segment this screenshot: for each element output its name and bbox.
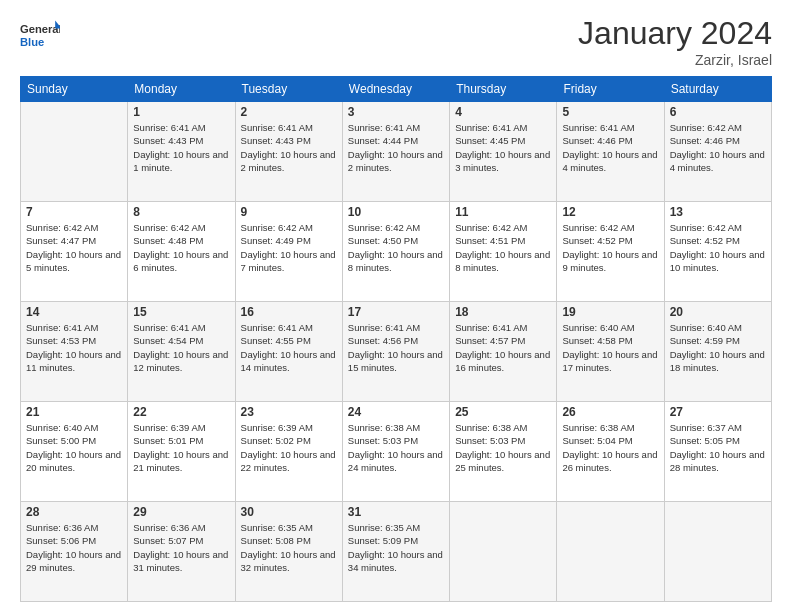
month-year: January 2024 [578,15,772,52]
cell-date: 2 [241,105,337,119]
table-row: 28 Sunrise: 6:36 AMSunset: 5:06 PMDaylig… [21,502,128,602]
cell-info: Sunrise: 6:42 AMSunset: 4:48 PMDaylight:… [133,222,228,273]
calendar-week-1: 1 Sunrise: 6:41 AMSunset: 4:43 PMDayligh… [21,102,772,202]
table-row: 22 Sunrise: 6:39 AMSunset: 5:01 PMDaylig… [128,402,235,502]
cell-date: 19 [562,305,658,319]
table-row: 25 Sunrise: 6:38 AMSunset: 5:03 PMDaylig… [450,402,557,502]
cell-date: 1 [133,105,229,119]
cell-date: 6 [670,105,766,119]
cell-info: Sunrise: 6:40 AMSunset: 4:59 PMDaylight:… [670,322,765,373]
cell-date: 4 [455,105,551,119]
cell-info: Sunrise: 6:41 AMSunset: 4:54 PMDaylight:… [133,322,228,373]
cell-info: Sunrise: 6:41 AMSunset: 4:53 PMDaylight:… [26,322,121,373]
cell-info: Sunrise: 6:40 AMSunset: 4:58 PMDaylight:… [562,322,657,373]
table-row: 1 Sunrise: 6:41 AMSunset: 4:43 PMDayligh… [128,102,235,202]
cell-info: Sunrise: 6:35 AMSunset: 5:08 PMDaylight:… [241,522,336,573]
cell-info: Sunrise: 6:38 AMSunset: 5:04 PMDaylight:… [562,422,657,473]
cell-info: Sunrise: 6:40 AMSunset: 5:00 PMDaylight:… [26,422,121,473]
table-row: 30 Sunrise: 6:35 AMSunset: 5:08 PMDaylig… [235,502,342,602]
logo: General Blue [20,15,60,55]
cell-date: 7 [26,205,122,219]
cell-info: Sunrise: 6:37 AMSunset: 5:05 PMDaylight:… [670,422,765,473]
cell-date: 12 [562,205,658,219]
cell-date: 23 [241,405,337,419]
cell-date: 17 [348,305,444,319]
cell-info: Sunrise: 6:42 AMSunset: 4:50 PMDaylight:… [348,222,443,273]
cell-info: Sunrise: 6:36 AMSunset: 5:07 PMDaylight:… [133,522,228,573]
title-area: January 2024 Zarzir, Israel [578,15,772,68]
table-row [21,102,128,202]
table-row: 11 Sunrise: 6:42 AMSunset: 4:51 PMDaylig… [450,202,557,302]
table-row: 12 Sunrise: 6:42 AMSunset: 4:52 PMDaylig… [557,202,664,302]
calendar-table: Sunday Monday Tuesday Wednesday Thursday… [20,76,772,602]
cell-date: 9 [241,205,337,219]
table-row: 18 Sunrise: 6:41 AMSunset: 4:57 PMDaylig… [450,302,557,402]
cell-date: 14 [26,305,122,319]
cell-date: 8 [133,205,229,219]
cell-date: 5 [562,105,658,119]
cell-date: 3 [348,105,444,119]
cell-info: Sunrise: 6:42 AMSunset: 4:52 PMDaylight:… [670,222,765,273]
cell-date: 21 [26,405,122,419]
col-tuesday: Tuesday [235,77,342,102]
logo-icon: General Blue [20,15,60,55]
cell-date: 13 [670,205,766,219]
cell-info: Sunrise: 6:38 AMSunset: 5:03 PMDaylight:… [455,422,550,473]
header: General Blue January 2024 Zarzir, Israel [20,15,772,68]
cell-date: 27 [670,405,766,419]
cell-info: Sunrise: 6:35 AMSunset: 5:09 PMDaylight:… [348,522,443,573]
cell-date: 15 [133,305,229,319]
location: Zarzir, Israel [578,52,772,68]
cell-info: Sunrise: 6:41 AMSunset: 4:56 PMDaylight:… [348,322,443,373]
col-sunday: Sunday [21,77,128,102]
cell-info: Sunrise: 6:42 AMSunset: 4:52 PMDaylight:… [562,222,657,273]
cell-info: Sunrise: 6:42 AMSunset: 4:46 PMDaylight:… [670,122,765,173]
svg-text:Blue: Blue [20,36,44,48]
cell-info: Sunrise: 6:41 AMSunset: 4:45 PMDaylight:… [455,122,550,173]
cell-date: 31 [348,505,444,519]
table-row: 13 Sunrise: 6:42 AMSunset: 4:52 PMDaylig… [664,202,771,302]
col-monday: Monday [128,77,235,102]
calendar-week-3: 14 Sunrise: 6:41 AMSunset: 4:53 PMDaylig… [21,302,772,402]
table-row: 3 Sunrise: 6:41 AMSunset: 4:44 PMDayligh… [342,102,449,202]
table-row: 16 Sunrise: 6:41 AMSunset: 4:55 PMDaylig… [235,302,342,402]
cell-info: Sunrise: 6:42 AMSunset: 4:47 PMDaylight:… [26,222,121,273]
table-row: 27 Sunrise: 6:37 AMSunset: 5:05 PMDaylig… [664,402,771,502]
cell-date: 18 [455,305,551,319]
table-row: 24 Sunrise: 6:38 AMSunset: 5:03 PMDaylig… [342,402,449,502]
header-row: Sunday Monday Tuesday Wednesday Thursday… [21,77,772,102]
svg-text:General: General [20,23,60,35]
cell-info: Sunrise: 6:41 AMSunset: 4:44 PMDaylight:… [348,122,443,173]
cell-info: Sunrise: 6:41 AMSunset: 4:43 PMDaylight:… [241,122,336,173]
cell-info: Sunrise: 6:38 AMSunset: 5:03 PMDaylight:… [348,422,443,473]
table-row: 15 Sunrise: 6:41 AMSunset: 4:54 PMDaylig… [128,302,235,402]
cell-date: 22 [133,405,229,419]
cell-info: Sunrise: 6:39 AMSunset: 5:02 PMDaylight:… [241,422,336,473]
cell-date: 10 [348,205,444,219]
cell-date: 24 [348,405,444,419]
calendar-week-2: 7 Sunrise: 6:42 AMSunset: 4:47 PMDayligh… [21,202,772,302]
cell-date: 25 [455,405,551,419]
cell-info: Sunrise: 6:41 AMSunset: 4:46 PMDaylight:… [562,122,657,173]
cell-date: 16 [241,305,337,319]
cell-date: 29 [133,505,229,519]
calendar-week-5: 28 Sunrise: 6:36 AMSunset: 5:06 PMDaylig… [21,502,772,602]
cell-info: Sunrise: 6:39 AMSunset: 5:01 PMDaylight:… [133,422,228,473]
cell-date: 20 [670,305,766,319]
table-row: 9 Sunrise: 6:42 AMSunset: 4:49 PMDayligh… [235,202,342,302]
cell-date: 28 [26,505,122,519]
table-row: 26 Sunrise: 6:38 AMSunset: 5:04 PMDaylig… [557,402,664,502]
table-row: 4 Sunrise: 6:41 AMSunset: 4:45 PMDayligh… [450,102,557,202]
col-saturday: Saturday [664,77,771,102]
col-wednesday: Wednesday [342,77,449,102]
cell-date: 26 [562,405,658,419]
table-row [450,502,557,602]
table-row: 17 Sunrise: 6:41 AMSunset: 4:56 PMDaylig… [342,302,449,402]
table-row: 8 Sunrise: 6:42 AMSunset: 4:48 PMDayligh… [128,202,235,302]
table-row [557,502,664,602]
table-row: 20 Sunrise: 6:40 AMSunset: 4:59 PMDaylig… [664,302,771,402]
cell-info: Sunrise: 6:41 AMSunset: 4:57 PMDaylight:… [455,322,550,373]
cell-date: 30 [241,505,337,519]
table-row: 29 Sunrise: 6:36 AMSunset: 5:07 PMDaylig… [128,502,235,602]
calendar-week-4: 21 Sunrise: 6:40 AMSunset: 5:00 PMDaylig… [21,402,772,502]
